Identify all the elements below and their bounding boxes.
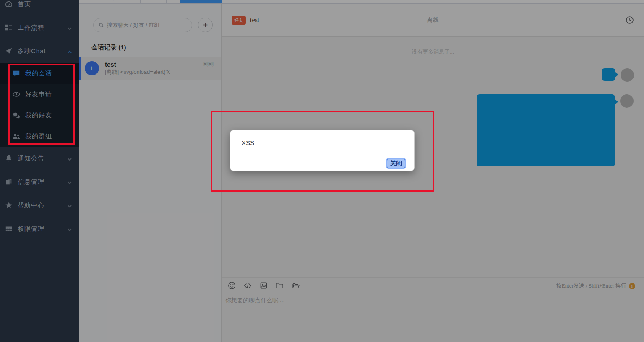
alert-close-button[interactable]: 关闭 [387,159,405,168]
alert-message: XSS [230,130,414,155]
xss-alert-dialog: XSS 关闭 [230,130,415,171]
modal-dim-overlay [0,0,644,342]
app-window: 首页 工作流程 多聊Chat [0,0,644,342]
